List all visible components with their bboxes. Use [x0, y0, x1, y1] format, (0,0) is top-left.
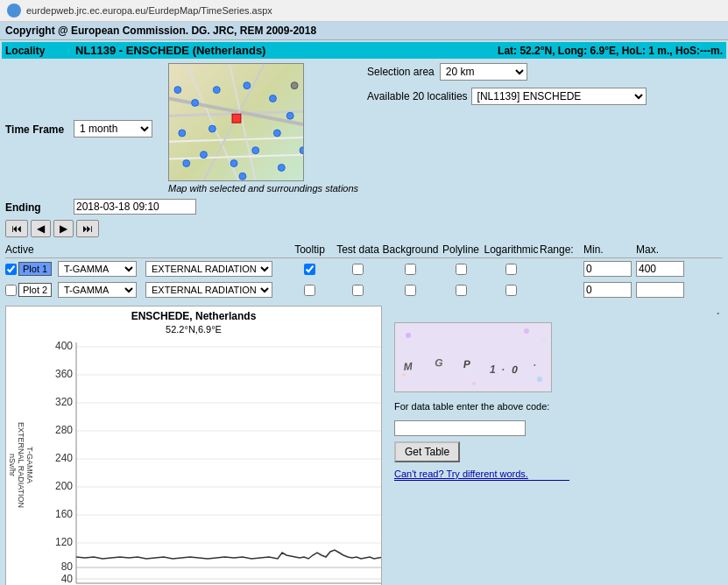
plot2-tooltip-check[interactable] — [304, 285, 315, 296]
plot2-measurement: EXTERNAL RADIATION — [145, 282, 286, 298]
svg-point-52 — [402, 373, 406, 377]
header-polyline: Polyline — [439, 243, 483, 256]
svg-text:40: 40 — [61, 573, 74, 585]
available-localities-row: Available 20 localities [NL1139] ENSCHED… — [367, 88, 723, 105]
svg-text:G: G — [435, 356, 447, 370]
svg-text:80: 80 — [61, 560, 74, 573]
svg-text:.: . — [534, 356, 540, 369]
available-localities-select[interactable]: [NL1139] ENSCHEDE — [471, 88, 647, 105]
plot1-meas-select[interactable]: EXTERNAL RADIATION — [145, 261, 272, 277]
svg-point-10 — [270, 95, 277, 102]
svg-point-51 — [542, 338, 546, 342]
nav-prev-button[interactable]: ◀ — [31, 220, 51, 237]
locality-value: NL1139 - ENSCHEDE (Netherlands) — [75, 44, 265, 57]
header-max: Max. — [636, 243, 689, 256]
plot1-min — [583, 261, 636, 277]
plot2-testdata-check[interactable] — [352, 285, 364, 296]
header-tooltip: Tooltip — [286, 243, 334, 256]
header-testdata: Test data — [334, 243, 382, 256]
plot2-checkbox[interactable] — [5, 285, 17, 296]
plot2-max — [636, 282, 689, 298]
y-axis-label: T-GAMMAEXTERNAL RADIATIONnSv/hr — [6, 338, 50, 585]
nav-last-button[interactable]: ⏭ — [76, 220, 99, 237]
plots-section: Active Tooltip Test data Background Poly… — [2, 240, 726, 302]
plot2-background — [382, 285, 439, 296]
svg-text:400: 400 — [55, 340, 73, 352]
plot2-type-select[interactable]: T-GAMMA — [58, 282, 137, 298]
locality-label: Locality — [5, 45, 75, 57]
plot1-checkbox[interactable] — [5, 264, 17, 275]
plot1-badge[interactable]: Plot 1 — [18, 262, 52, 276]
svg-point-20 — [291, 82, 298, 89]
nav-next-button[interactable]: ▶ — [53, 220, 74, 237]
plot1-polyline-check[interactable] — [456, 264, 467, 275]
svg-line-6 — [169, 155, 303, 159]
svg-text:160: 160 — [55, 508, 73, 520]
timeframe-select[interactable]: 1 month 3 months 6 months 1 year — [74, 120, 152, 137]
svg-point-53 — [524, 328, 529, 334]
svg-point-18 — [209, 125, 216, 132]
captcha-svg: M G P 1 . 0 . — [395, 322, 551, 392]
svg-text:P: P — [463, 358, 474, 370]
plot2-polyline — [439, 285, 483, 296]
svg-point-21 — [174, 87, 181, 94]
cant-read-link[interactable]: Can't read? Try different words. — [394, 469, 528, 479]
map-roads — [169, 64, 303, 180]
timeframe-label: Time Frame — [5, 122, 67, 136]
get-table-button[interactable]: Get Table — [394, 441, 460, 462]
chart-plot-area: 400 360 320 280 240 200 160 120 80 40 — [50, 338, 381, 585]
svg-point-50 — [472, 382, 476, 385]
plot2-badge[interactable]: Plot 2 — [18, 283, 52, 297]
svg-text:0: 0 — [512, 363, 521, 376]
plots-header: Active Tooltip Test data Background Poly… — [5, 242, 723, 258]
chart-line — [76, 550, 381, 559]
plot1-measurement: EXTERNAL RADIATION — [145, 261, 286, 277]
plot1-type-select[interactable]: T-GAMMA — [58, 261, 137, 277]
chart-section: ENSCHEDE, Netherlands 52.2°N,6.9°E T-GAM… — [2, 302, 726, 585]
header-background: Background — [382, 243, 439, 256]
locality-row: Locality NL1139 - ENSCHEDE (Netherlands)… — [2, 42, 726, 59]
plot1-log-check[interactable] — [505, 264, 517, 275]
header-active: Active — [5, 243, 58, 256]
plot1-testdata — [334, 264, 382, 275]
main-container: Locality NL1139 - ENSCHEDE (Netherlands)… — [0, 40, 728, 585]
plot1-min-input[interactable] — [583, 261, 632, 277]
selection-area-select[interactable]: 20 km 5 km 10 km 50 km — [440, 63, 527, 81]
plot1-tooltip-check[interactable] — [304, 264, 315, 275]
plot2-polyline-check[interactable] — [456, 285, 467, 296]
plot2-max-input[interactable] — [636, 282, 684, 298]
url-bar: eurdepweb.jrc.ec.europa.eu/EurdepMap/Tim… — [26, 5, 272, 16]
svg-point-16 — [179, 130, 186, 137]
svg-text:M: M — [403, 360, 416, 373]
selection-area-label: Selection area — [367, 66, 435, 78]
svg-text:.: . — [502, 361, 508, 373]
map-image — [168, 63, 304, 181]
plot1-active: Plot 1 — [5, 262, 58, 276]
svg-point-8 — [213, 87, 220, 94]
svg-point-23 — [239, 173, 246, 180]
nav-buttons: ⏮ ◀ ▶ ⏭ — [2, 217, 726, 240]
plot1-row: Plot 1 T-GAMMA EXTERNAL RADIATION — [5, 258, 723, 279]
svg-text:120: 120 — [55, 536, 73, 548]
plot2-testdata — [334, 285, 382, 296]
plot1-polyline — [439, 264, 483, 275]
svg-point-22 — [300, 147, 303, 154]
plot1-max-input[interactable] — [636, 261, 684, 277]
captcha-section: • M G P 1 . 0 — [391, 306, 723, 585]
plot2-min-input[interactable] — [583, 282, 632, 298]
svg-text:240: 240 — [55, 452, 73, 464]
plot1-testdata-check[interactable] — [352, 264, 364, 275]
svg-point-49 — [537, 377, 542, 382]
plot2-meas-select[interactable]: EXTERNAL RADIATION — [145, 282, 272, 298]
svg-text:360: 360 — [55, 368, 73, 380]
copyright-text: Copyright @ European Commission. DG. JRC… — [5, 25, 316, 37]
captcha-input[interactable] — [394, 420, 526, 436]
plot1-background-check[interactable] — [405, 264, 416, 275]
svg-text:200: 200 — [55, 480, 73, 492]
plot2-background-check[interactable] — [405, 285, 416, 296]
ending-input[interactable]: 2018-03-18 09:10 — [74, 199, 196, 215]
nav-first-button[interactable]: ⏮ — [5, 220, 28, 237]
plot2-log-check[interactable] — [505, 285, 517, 296]
plot2-row: Plot 2 T-GAMMA EXTERNAL RADIATION — [5, 279, 723, 300]
chart-svg: 400 360 320 280 240 200 160 120 80 40 — [50, 338, 381, 585]
